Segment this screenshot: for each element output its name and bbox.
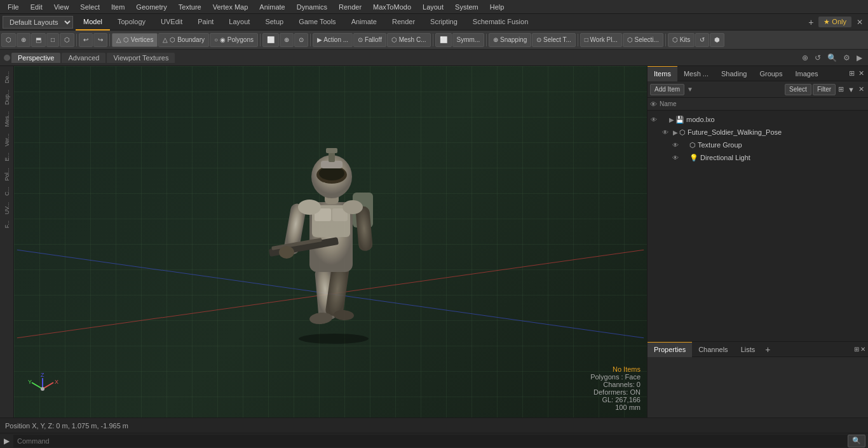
tool-vertices[interactable]: △ ⬡ Vertices [112, 33, 158, 47]
tool-undo[interactable]: ↩ [79, 33, 93, 47]
props-close-icon[interactable]: ✕ [860, 346, 865, 353]
tree-eye-3[interactable]: 👁 [670, 154, 681, 161]
vp-move-icon[interactable]: ⊕ [800, 53, 810, 62]
tool-action[interactable]: ▶ Action ... [313, 33, 353, 47]
menu-layout[interactable]: Layout [417, 2, 449, 12]
ls-item-mes[interactable]: Mes... [3, 109, 11, 130]
tool-mode3[interactable]: ⊙ [294, 33, 308, 47]
menu-item[interactable]: Item [106, 2, 130, 12]
tree-eye-0[interactable]: 👁 [649, 116, 659, 123]
ls-item-c[interactable]: C... [3, 184, 11, 198]
menu-maxtomodo[interactable]: MaxToModo [368, 2, 416, 12]
tool-mode1[interactable]: ⬜ [262, 33, 279, 47]
menu-geometry[interactable]: Geometry [131, 2, 172, 12]
vp-tab-perspective[interactable]: Perspective [11, 53, 60, 63]
items-tab-items[interactable]: Items [648, 66, 677, 81]
layout-tab-animate[interactable]: Animate [344, 14, 384, 31]
props-tab-lists[interactable]: Lists [735, 342, 762, 357]
tool-mesh[interactable]: ⬡ Mesh C... [387, 33, 431, 47]
layout-tab-paint[interactable]: Paint [190, 14, 221, 31]
layout-tab-gametools[interactable]: Game Tools [291, 14, 344, 31]
props-tab-channels[interactable]: Channels [692, 342, 734, 357]
tool-mode2[interactable]: ⊕ [280, 33, 294, 47]
tree-eye-1[interactable]: 👁 [660, 129, 670, 136]
props-tab-properties[interactable]: Properties [648, 342, 692, 357]
ls-item-uv[interactable]: UV... [3, 200, 11, 217]
layout-tab-scripting[interactable]: Scripting [423, 14, 465, 31]
tool-select-mat[interactable]: ⬡ [60, 33, 74, 47]
tree-row-modo-lxo[interactable]: 👁 ▶ 💾 modo.lxo [648, 113, 868, 126]
items-toolbar-icon2[interactable]: ▼ [846, 86, 856, 93]
tree-row-dir-light[interactable]: 👁 ▶ 💡 Directional Light [648, 151, 868, 164]
tool-grid[interactable]: ⬢ [710, 33, 724, 47]
tool-symm[interactable]: Symm... [452, 33, 485, 47]
items-tab-mesh[interactable]: Mesh ... [677, 66, 715, 81]
menu-select[interactable]: Select [75, 2, 105, 12]
props-expand-icon[interactable]: ⊞ [854, 346, 859, 353]
vp-rotate-icon[interactable]: ↺ [813, 53, 823, 62]
layout-dropdown[interactable]: Default Layouts [3, 16, 73, 29]
ls-item-f[interactable]: F... [3, 218, 11, 231]
layout-tab-topology[interactable]: Topology [110, 14, 153, 31]
vp-expand-icon[interactable]: ▶ [855, 53, 864, 62]
vp-zoom-icon[interactable]: 🔍 [825, 53, 839, 62]
command-input[interactable] [13, 435, 848, 447]
menu-texture[interactable]: Texture [173, 2, 207, 12]
ls-item-dup[interactable]: Dup... [3, 87, 11, 107]
menu-system[interactable]: System [450, 2, 484, 12]
layout-close-button[interactable]: ✕ [854, 18, 865, 27]
items-filter-btn[interactable]: Filter [813, 84, 836, 95]
layout-add-button[interactable]: + [806, 17, 816, 27]
menu-dynamics[interactable]: Dynamics [292, 2, 332, 12]
viewport[interactable]: No Items Polygons : Face Channels: 0 Def… [14, 66, 647, 417]
ls-item-ver[interactable]: Ver... [3, 131, 11, 149]
layout-tab-model[interactable]: Model [76, 14, 110, 31]
items-panel-close-icon[interactable]: ✕ [857, 69, 865, 78]
menu-edit[interactable]: Edit [25, 2, 48, 12]
tool-work-pl[interactable]: □ Work Pl... [580, 33, 622, 47]
layout-tab-schematic[interactable]: Schematic Fusion [465, 14, 536, 31]
command-arrow[interactable]: ▶ [0, 437, 13, 445]
menu-view[interactable]: View [49, 2, 74, 12]
tool-select-edge[interactable]: ⊕ [17, 33, 31, 47]
vp-settings-icon[interactable]: ⚙ [841, 53, 852, 62]
tool-boundary[interactable]: △ ⬡ Boundary [158, 33, 209, 47]
items-tab-images[interactable]: Images [789, 66, 824, 81]
tree-expand-0[interactable]: ▶ [669, 116, 675, 123]
tool-polygons[interactable]: ○ ◉ Polygons [210, 33, 258, 47]
tool-select-t[interactable]: ⊙ Select T... [532, 33, 576, 47]
layout-tab-render[interactable]: Render [384, 14, 423, 31]
ls-item-pol[interactable]: Pol... [3, 165, 11, 184]
ls-item-e[interactable]: E... [3, 150, 11, 164]
menu-file[interactable]: File [3, 2, 24, 12]
tool-rotate-view[interactable]: ↺ [695, 33, 709, 47]
tool-select-vert[interactable]: ⬡ [1, 33, 16, 47]
menu-render[interactable]: Render [334, 2, 367, 12]
items-select-btn[interactable]: Select [785, 84, 811, 95]
props-add-button[interactable]: + [763, 344, 773, 355]
star-only-button[interactable]: ★ Only [818, 17, 851, 27]
layout-tab-layout[interactable]: Layout [221, 14, 257, 31]
layout-tab-setup[interactable]: Setup [257, 14, 291, 31]
items-panel-expand-icon[interactable]: ⊞ [848, 69, 856, 78]
tree-expand-1[interactable]: ▶ [673, 129, 679, 136]
ls-item-de[interactable]: De... [3, 69, 11, 86]
tree-row-texture-group[interactable]: 👁 ▶ ⬡ Texture Group [648, 139, 868, 151]
tool-kits[interactable]: ⬡ Kits [668, 33, 695, 47]
tool-selecti[interactable]: ⬡ Selecti... [623, 33, 663, 47]
tree-row-soldier[interactable]: 👁 ▶ ⬡ Future_Soldier_Walking_Pose [648, 126, 868, 139]
items-tab-shading[interactable]: Shading [715, 66, 753, 81]
items-toolbar-icon1[interactable]: ⊞ [837, 85, 845, 93]
add-item-dropdown[interactable]: Add Item [650, 84, 684, 95]
tree-eye-2[interactable]: 👁 [670, 142, 681, 149]
layout-tab-uvedit[interactable]: UVEdit [153, 14, 190, 31]
tool-select-item[interactable]: □ [46, 33, 59, 47]
menu-vertex-map[interactable]: Vertex Map [208, 2, 254, 12]
items-tab-groups[interactable]: Groups [753, 66, 789, 81]
tool-sym-toggle[interactable]: ⬜ [435, 33, 452, 47]
vp-tab-advanced[interactable]: Advanced [62, 53, 105, 63]
tool-redo[interactable]: ↪ [93, 33, 107, 47]
vp-tab-textures[interactable]: Viewport Textures [107, 53, 175, 63]
tool-select-poly[interactable]: ⬒ [31, 33, 46, 47]
tool-snapping[interactable]: ⊕ Snapping [489, 33, 531, 47]
